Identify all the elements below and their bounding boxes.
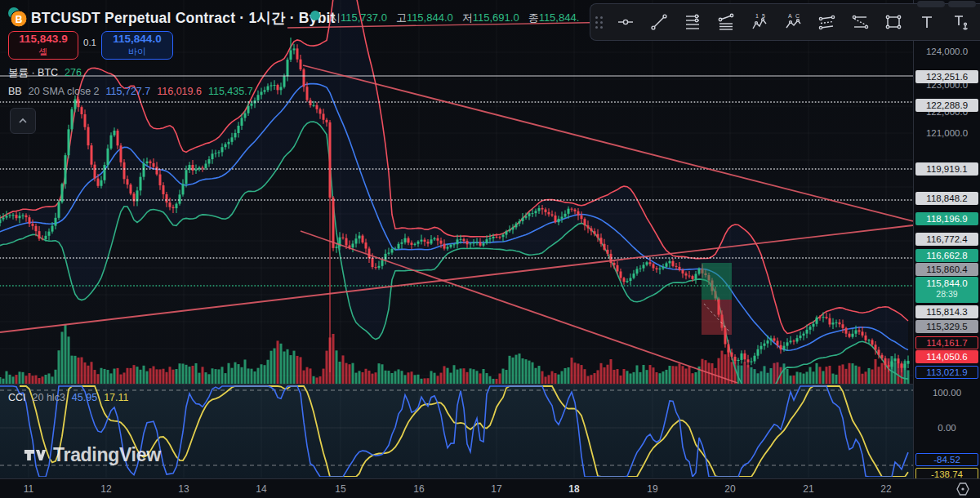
price-label-badge: 113,021.9 <box>915 366 978 379</box>
rectangle-tool-icon[interactable] <box>876 7 910 38</box>
trend-based-fib-icon[interactable] <box>709 7 742 38</box>
price-label-badge: 115,814.3 <box>915 305 978 318</box>
price-label-badge: -84.52 <box>915 453 978 466</box>
fib-retracement-icon[interactable] <box>675 7 709 38</box>
time-axis-label: 16 <box>413 483 424 495</box>
low-value: 115,691.0 <box>473 11 519 24</box>
bollinger-bands <box>0 0 908 405</box>
bb-legend[interactable]: BB 20 SMA close 2 115,727.7 116,019.6 11… <box>8 86 253 97</box>
open-value: 115,737.0 <box>341 11 387 24</box>
cci-smooth-value: 17.11 <box>104 392 128 403</box>
volume-legend-title: 볼륨 · BTC <box>8 66 58 80</box>
time-axis-label: 13 <box>178 483 189 495</box>
svg-text:C: C <box>795 13 800 19</box>
price-axis-label: 121,000.0 <box>915 127 978 140</box>
tradingview-logo-icon <box>23 444 47 466</box>
price-label-badge: 118,848.2 <box>915 192 978 205</box>
price-axis-label: 100.00 <box>915 386 978 399</box>
time-axis-label: 20 <box>724 483 735 495</box>
price-label-badge: 116,662.8 <box>915 249 978 262</box>
chart-svg <box>0 0 913 478</box>
time-axis-label: 12 <box>100 483 111 495</box>
volume-legend[interactable]: 볼륨 · BTC 276 <box>8 66 82 80</box>
bb-basis-value: 115,727.7 <box>106 86 151 97</box>
chart-canvas[interactable] <box>0 0 913 478</box>
time-axis[interactable]: 111213141516171819202122 <box>0 478 980 498</box>
bb-legend-params: 20 SMA close 2 <box>29 86 100 97</box>
parallel-channel-icon[interactable] <box>809 7 843 38</box>
svg-text:1: 1 <box>755 13 759 19</box>
text-tool-icon[interactable] <box>910 7 943 38</box>
time-axis-label: 22 <box>880 483 891 495</box>
spread-value: 0.1 <box>81 38 99 47</box>
low-label: 저 <box>462 11 473 25</box>
price-label-badge: 116,772.4 <box>915 233 978 246</box>
cci-legend-name: CCI <box>8 392 26 403</box>
time-axis-label: 21 <box>803 483 813 495</box>
abc-pattern-icon[interactable]: AC <box>776 7 809 38</box>
price-label-badge: 122,288.9 <box>915 99 978 112</box>
buy-button[interactable]: 115,844.0 바이 <box>101 31 173 60</box>
bb-legend-name: BB <box>8 86 22 97</box>
buy-label: 바이 <box>102 46 172 58</box>
price-label-badge: 118,196.9 <box>915 212 978 225</box>
price-label-badge: -138.74 <box>915 468 978 478</box>
btc-pair-icon: B <box>7 7 28 28</box>
price-axis[interactable]: 124,000.0123,000.0122,000.0121,000.0100.… <box>913 0 980 478</box>
high-value: 115,844.0 <box>407 11 453 24</box>
time-axis-label: 18 <box>568 483 579 495</box>
elliott-wave-icon[interactable]: 15 <box>742 7 776 38</box>
anchored-text-tool-icon[interactable] <box>943 7 977 38</box>
watermark-text: TradingView <box>53 444 161 466</box>
tradingview-chart-app: 124,000.0123,000.0122,000.0121,000.0100.… <box>0 0 980 498</box>
price-label-badge: 114,161.7 <box>915 336 978 349</box>
sell-price: 115,843.9 <box>9 33 78 45</box>
price-axis-label: 124,000.0 <box>915 45 978 58</box>
cci-legend[interactable]: CCI 20 hlc3 45.95 17.11 <box>8 392 128 403</box>
tradingview-watermark: TradingView <box>23 444 161 466</box>
price-axis-label: 0.00 <box>915 421 978 434</box>
buy-price: 115,844.0 <box>102 33 172 45</box>
cross-line-tool-icon[interactable] <box>608 7 642 38</box>
price-label-badge: 115,860.4 <box>915 263 978 276</box>
bb-upper-value: 116,019.6 <box>157 86 202 97</box>
disjoint-channel-icon[interactable] <box>843 7 876 38</box>
price-label-badge: 123,251.6 <box>915 70 978 83</box>
settings-octagon-button[interactable] <box>956 482 970 496</box>
price-label-badge: 119,919.1 <box>915 162 978 176</box>
cci-legend-params: 20 hlc3 <box>33 392 65 403</box>
panel-tab-pill[interactable] <box>917 1 945 7</box>
time-axis-label: 11 <box>24 483 33 495</box>
symbol-title[interactable]: BTCUSDT Perpetual Contract · 1시간 · Bybit <box>31 8 336 28</box>
chevron-up-icon <box>16 114 29 127</box>
time-axis-label: 17 <box>491 483 501 495</box>
bb-lower-value: 115,435.7 <box>208 86 253 97</box>
sell-button[interactable]: 115,843.9 셸 <box>8 31 78 60</box>
bar-countdown: 28:39 <box>915 289 978 300</box>
collapse-legend-button[interactable] <box>10 108 36 134</box>
volume-legend-value: 276 <box>65 67 82 78</box>
price-label-badge: 114,050.6 <box>915 350 978 363</box>
ohlc-legend: 시115,737.0 고115,844.0 저115,691.0 종115,84… <box>330 11 579 25</box>
price-label-badge: 115,844.028:39 <box>915 277 978 303</box>
close-label: 종 <box>528 11 539 25</box>
sell-label: 셸 <box>9 46 78 58</box>
panel-tab-pill[interactable] <box>948 1 976 7</box>
drawing-toolbar[interactable]: 15AC <box>590 3 980 41</box>
svg-text:B: B <box>16 14 23 25</box>
time-axis-label: 15 <box>335 483 345 495</box>
open-label: 시 <box>330 11 341 25</box>
time-axis-label: 19 <box>647 483 657 495</box>
svg-text:A: A <box>788 13 792 19</box>
trendline-tool-icon[interactable] <box>642 7 675 38</box>
toolbar-drag-handle[interactable] <box>595 16 607 29</box>
close-value: 115,844. <box>539 11 580 24</box>
long-position-tool[interactable] <box>702 263 732 335</box>
price-label-badge: 115,329.5 <box>915 320 978 333</box>
market-status-dot[interactable] <box>310 11 320 20</box>
time-axis-label: 14 <box>256 483 266 495</box>
cci-value: 45.95 <box>72 392 97 403</box>
high-label: 고 <box>396 11 407 25</box>
